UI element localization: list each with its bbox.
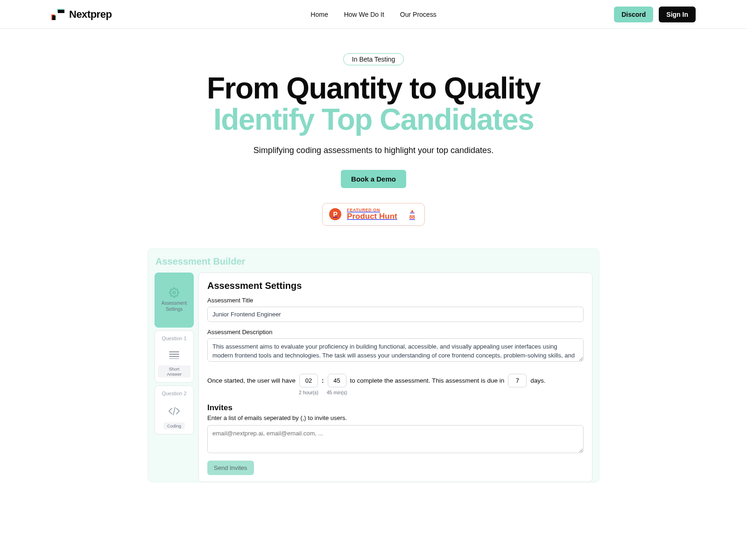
settings-heading: Assessment Settings	[207, 280, 584, 291]
product-hunt-upvote: ▲ 88	[409, 209, 415, 220]
title-field-label: Assessment Title	[207, 297, 584, 304]
days-input[interactable]	[508, 374, 527, 387]
builder-main-panel: Assessment Settings Assessment Title Ass…	[198, 273, 592, 482]
hero-title-line1: From Quantity to Quality	[207, 71, 540, 105]
assessment-builder: Assessment Builder Assessment Settings Q…	[148, 248, 599, 483]
description-field-label: Assessment Description	[207, 329, 584, 336]
svg-point-4	[173, 292, 176, 294]
discord-button[interactable]: Discord	[614, 7, 653, 22]
invites-heading: Invites	[207, 403, 584, 413]
app-header: Nextprep Home How We Do It Our Process D…	[0, 0, 747, 29]
svg-rect-1	[58, 10, 64, 13]
sidebar-item-settings[interactable]: Assessment Settings	[155, 273, 194, 328]
nav-home[interactable]: Home	[310, 11, 328, 18]
assessment-description-input[interactable]	[207, 338, 584, 362]
hero-title: From Quantity to Quality Identify Top Ca…	[0, 73, 747, 135]
nav-our-process[interactable]: Our Process	[400, 11, 437, 18]
question-type-tag: Short Answer	[158, 365, 190, 378]
hero-section: In Beta Testing From Quantity to Quality…	[0, 29, 747, 226]
question-number: Question 2	[162, 391, 186, 396]
invites-instruction: Enter a list of emails seperated by (,) …	[207, 414, 584, 421]
assessment-title-input[interactable]	[207, 307, 584, 322]
hours-input[interactable]	[299, 374, 318, 387]
product-hunt-logo-icon: P	[329, 208, 341, 220]
short-answer-icon	[169, 351, 179, 359]
time-separator: :	[322, 377, 324, 384]
book-demo-button[interactable]: Book a Demo	[341, 170, 406, 188]
invite-emails-input[interactable]	[207, 425, 584, 453]
code-icon	[168, 406, 180, 416]
nav-how-we-do-it[interactable]: How We Do It	[344, 11, 384, 18]
minutes-subtext: 45 min(s)	[327, 390, 347, 395]
logo-icon	[51, 9, 64, 20]
product-hunt-count: 88	[409, 214, 415, 220]
time-limit-row: Once started, the user will have 2 hour(…	[207, 374, 584, 387]
time-prefix-text: Once started, the user will have	[207, 377, 296, 384]
brand-name: Nextprep	[69, 8, 112, 21]
beta-badge: In Beta Testing	[343, 53, 404, 65]
product-hunt-name: Product Hunt	[347, 212, 397, 221]
time-mid-text: to complete the assessment. This assessm…	[350, 377, 505, 384]
svg-line-9	[173, 407, 175, 415]
sidebar-item-question-2[interactable]: Question 2 Coding	[155, 385, 194, 434]
builder-title: Assessment Builder	[155, 256, 592, 267]
minutes-input[interactable]	[328, 374, 346, 387]
hours-subtext: 2 hour(s)	[299, 390, 318, 395]
primary-nav: Home How We Do It Our Process	[310, 11, 436, 18]
product-hunt-badge[interactable]: P FEATURED ON Product Hunt ▲ 88	[322, 203, 425, 226]
question-number: Question 1	[162, 336, 186, 341]
svg-rect-3	[52, 15, 56, 20]
header-actions: Discord Sign In	[614, 7, 696, 22]
sidebar-item-question-1[interactable]: Question 1 Short Answer	[155, 330, 194, 383]
hero-title-line2: Identify Top Candidates	[0, 104, 747, 135]
gear-icon	[169, 287, 179, 298]
send-invites-button[interactable]: Send Invites	[207, 461, 254, 475]
signin-button[interactable]: Sign In	[659, 7, 696, 22]
builder-sidebar: Assessment Settings Question 1 Short Ans…	[155, 273, 194, 434]
sidebar-item-label: Assessment Settings	[158, 301, 190, 312]
question-type-tag: Coding	[163, 422, 185, 429]
hero-subtitle: Simplifying coding assessments to highli…	[252, 145, 495, 156]
product-hunt-text: FEATURED ON Product Hunt	[347, 208, 397, 221]
brand-logo[interactable]: Nextprep	[51, 8, 112, 21]
triangle-up-icon: ▲	[409, 209, 415, 213]
time-suffix-text: days.	[530, 377, 545, 384]
